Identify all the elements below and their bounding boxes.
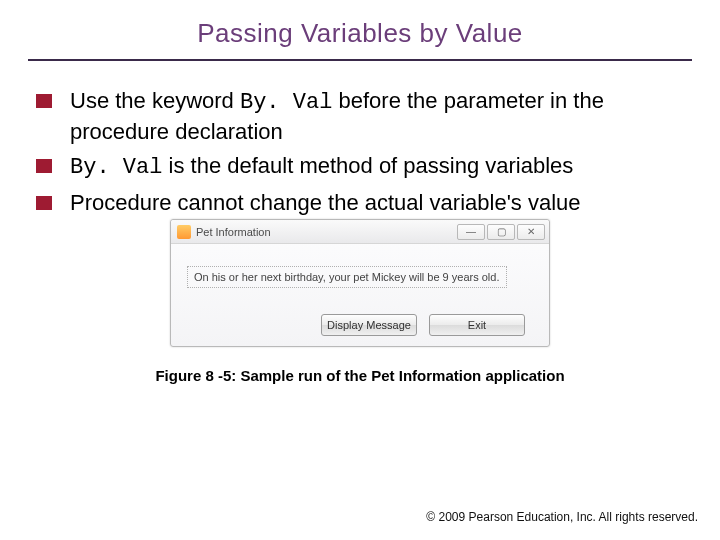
display-message-button[interactable]: Display Message: [321, 314, 417, 336]
window-controls: — ▢ ✕: [457, 224, 545, 240]
bullet-list: Use the keyword By. Val before the param…: [28, 87, 692, 217]
minimize-button[interactable]: —: [457, 224, 485, 240]
dialog-button-row: Display Message Exit: [187, 314, 533, 336]
figure-caption: Figure 8 -5: Sample run of the Pet Infor…: [28, 367, 692, 384]
title-rule: [28, 59, 692, 61]
slide: Passing Variables by Value Use the keywo…: [0, 0, 720, 384]
dialog-title: Pet Information: [196, 226, 271, 238]
page-title: Passing Variables by Value: [28, 18, 692, 49]
dialog-message: On his or her next birthday, your pet Mi…: [187, 266, 507, 288]
copyright-footer: © 2009 Pearson Education, Inc. All right…: [426, 510, 698, 524]
close-button[interactable]: ✕: [517, 224, 545, 240]
exit-button[interactable]: Exit: [429, 314, 525, 336]
bullet-1-pre: Use the keyword: [70, 88, 240, 113]
bullet-1-code: By. Val: [240, 90, 332, 115]
bullet-1: Use the keyword By. Val before the param…: [36, 87, 692, 146]
dialog-body: On his or her next birthday, your pet Mi…: [171, 244, 549, 346]
bullet-2: By. Val is the default method of passing…: [36, 152, 692, 183]
bullet-3: Procedure cannot change the actual varia…: [36, 189, 692, 218]
bullet-2-post: is the default method of passing variabl…: [162, 153, 573, 178]
bullet-3-text: Procedure cannot change the actual varia…: [70, 190, 581, 215]
figure-wrap: Pet Information — ▢ ✕ On his or her next…: [28, 219, 692, 347]
bullet-2-code: By. Val: [70, 155, 162, 180]
app-icon: [177, 225, 191, 239]
dialog-titlebar: Pet Information — ▢ ✕: [171, 220, 549, 244]
dialog-window: Pet Information — ▢ ✕ On his or her next…: [170, 219, 550, 347]
maximize-button[interactable]: ▢: [487, 224, 515, 240]
